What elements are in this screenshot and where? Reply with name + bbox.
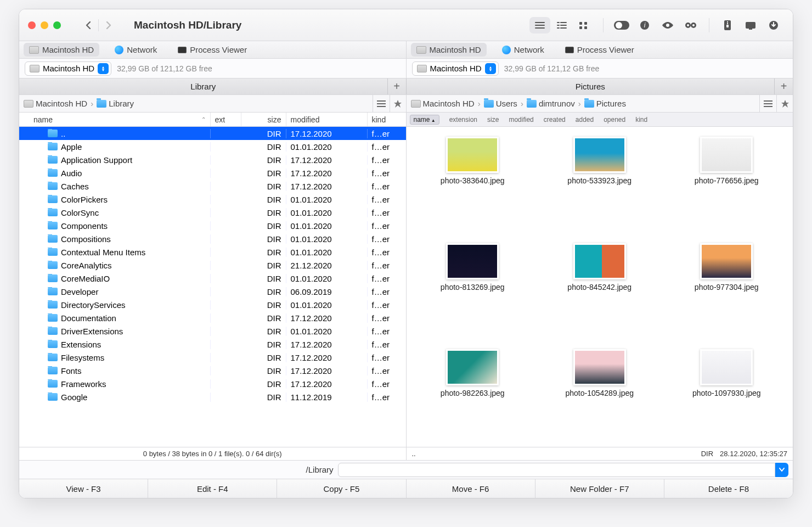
file-kind: f…er — [368, 274, 406, 283]
file-modified: 01.01.2020 — [286, 195, 368, 204]
download-button[interactable] — [763, 17, 784, 33]
file-modified: 17.12.2020 — [286, 129, 368, 138]
view-icons-button[interactable] — [573, 17, 594, 33]
table-row[interactable]: AppleDIR01.01.2020f…er — [19, 140, 406, 153]
add-tab-left-button[interactable]: + — [387, 79, 406, 94]
preview-button[interactable] — [657, 17, 678, 33]
thumbnail[interactable]: photo-533923.jpeg — [539, 137, 661, 225]
search-button[interactable] — [680, 17, 701, 33]
thumbnail[interactable]: photo-977304.jpeg — [666, 243, 788, 331]
table-row[interactable]: FontsDIR17.12.2020f…er — [19, 364, 406, 377]
tab-macintosh-hd[interactable]: Macintosh HD — [411, 43, 487, 57]
share-button[interactable] — [740, 17, 761, 33]
table-row[interactable]: DriverExtensionsDIR01.01.2020f…er — [19, 324, 406, 338]
table-row[interactable]: AudioDIR17.12.2020f…er — [19, 166, 406, 180]
fkey-delete[interactable]: Delete - F8 — [664, 479, 793, 498]
thumbnail-image — [700, 137, 753, 173]
col-modified[interactable]: modified — [286, 113, 368, 126]
hd-icon — [30, 65, 40, 72]
tab-network[interactable]: Network — [497, 43, 550, 57]
table-row[interactable]: FrameworksDIR17.12.2020f…er — [19, 377, 406, 390]
table-row[interactable]: FilesystemsDIR17.12.2020f…er — [19, 351, 406, 364]
col-size[interactable]: size — [487, 116, 499, 124]
fkey-view[interactable]: View - F3 — [19, 479, 148, 498]
col-modified[interactable]: modified — [509, 116, 533, 124]
close-icon[interactable] — [28, 21, 36, 29]
path-dropdown-button[interactable] — [775, 463, 788, 477]
col-name[interactable]: name — [410, 115, 439, 125]
thumbnail[interactable]: photo-813269.jpeg — [412, 243, 534, 331]
col-extension[interactable]: extension — [449, 116, 477, 124]
icon-grid-right[interactable]: photo-383640.jpegphoto-533923.jpegphoto-… — [407, 127, 793, 447]
fkey-copy[interactable]: Copy - F5 — [277, 479, 405, 498]
crumb-library[interactable]: Library — [97, 99, 134, 108]
path-input[interactable] — [338, 463, 775, 477]
table-row[interactable]: ExtensionsDIR17.12.2020f…er — [19, 338, 406, 351]
column-headers-right: nameextensionsizemodifiedcreatedaddedope… — [407, 113, 793, 127]
view-columns-button[interactable] — [551, 17, 572, 33]
col-kind[interactable]: kind — [368, 113, 406, 126]
table-row[interactable]: CachesDIR17.12.2020f…er — [19, 180, 406, 193]
thumbnail[interactable]: photo-383640.jpeg — [412, 137, 534, 225]
thumbnail[interactable]: photo-1097930.jpeg — [666, 349, 788, 437]
favorite-icon[interactable] — [390, 95, 406, 113]
back-button[interactable] — [78, 18, 98, 33]
svg-rect-14 — [727, 21, 728, 23]
crumb-macintosh-hd[interactable]: Macintosh HD — [411, 99, 475, 108]
minimize-icon[interactable] — [41, 21, 48, 29]
table-row[interactable]: GoogleDIR11.12.2019f…er — [19, 390, 406, 403]
archive-button[interactable] — [717, 17, 738, 33]
tab-network[interactable]: Network — [109, 43, 162, 57]
table-row[interactable]: ..DIR17.12.2020f…er — [19, 127, 406, 140]
table-row[interactable]: DeveloperDIR06.09.2019f…er — [19, 285, 406, 298]
table-row[interactable]: ColorPickersDIR01.01.2020f…er — [19, 193, 406, 206]
col-created[interactable]: created — [544, 116, 566, 124]
table-row[interactable]: CompositionsDIR01.01.2020f…er — [19, 232, 406, 245]
file-kind: f…er — [368, 300, 406, 310]
thumbnail[interactable]: photo-982263.jpeg — [412, 349, 534, 437]
col-name[interactable]: name⌃ — [19, 113, 211, 126]
table-row[interactable]: DirectoryServicesDIR01.01.2020f…er — [19, 298, 406, 311]
fkey-new[interactable]: New Folder - F7 — [535, 479, 664, 498]
tab-macintosh-hd[interactable]: Macintosh HD — [24, 43, 99, 57]
forward-button[interactable] — [99, 18, 119, 33]
toggle-hidden-button[interactable] — [611, 17, 632, 33]
crumb-users[interactable]: Users — [484, 99, 517, 108]
col-kind[interactable]: kind — [635, 116, 647, 124]
col-added[interactable]: added — [576, 116, 594, 124]
col-ext[interactable]: ext — [211, 113, 241, 126]
file-name: CoreMediaIO — [61, 274, 110, 283]
col-size[interactable]: size — [241, 113, 286, 126]
volume-picker-left[interactable]: Macintosh HD ▴▾ — [25, 61, 111, 76]
add-tab-right-button[interactable]: + — [774, 79, 793, 94]
crumb-dimtrunov[interactable]: dimtrunov — [527, 99, 575, 108]
thumbnail[interactable]: photo-845242.jpeg — [539, 243, 661, 331]
fkey-edit[interactable]: Edit - F4 — [148, 479, 277, 498]
table-row[interactable]: Contextual Menu ItemsDIR01.01.2020f…er — [19, 245, 406, 259]
tab-process-viewer[interactable]: Process Viewer — [560, 43, 640, 57]
col-opened[interactable]: opened — [604, 116, 625, 124]
crumb-pictures[interactable]: Pictures — [584, 99, 626, 108]
volume-picker-right[interactable]: Macintosh HD ▴▾ — [412, 61, 499, 76]
tab-process-viewer[interactable]: Process Viewer — [172, 43, 252, 57]
list-mode-icon[interactable] — [760, 95, 776, 113]
list-mode-icon[interactable] — [373, 95, 390, 113]
info-button[interactable]: i — [634, 17, 655, 33]
crumb-label: Macintosh HD — [36, 99, 87, 108]
thumbnail[interactable]: photo-1054289.jpeg — [539, 349, 661, 437]
maximize-icon[interactable] — [53, 21, 61, 29]
view-list-button[interactable] — [529, 17, 550, 33]
table-row[interactable]: CoreMediaIODIR01.01.2020f…er — [19, 272, 406, 285]
file-list-left[interactable]: ..DIR17.12.2020f…erAppleDIR01.01.2020f…e… — [19, 127, 406, 447]
table-row[interactable]: Application SupportDIR17.12.2020f…er — [19, 153, 406, 166]
thumbnail[interactable]: photo-776656.jpeg — [666, 137, 788, 225]
table-row[interactable]: CoreAnalyticsDIR21.12.2020f…er — [19, 259, 406, 272]
crumb-macintosh-hd[interactable]: Macintosh HD — [24, 99, 87, 108]
thumbnail-name: photo-383640.jpeg — [441, 176, 505, 186]
table-row[interactable]: ComponentsDIR01.01.2020f…er — [19, 219, 406, 232]
fkey-move[interactable]: Move - F6 — [406, 479, 535, 498]
table-row[interactable]: ColorSyncDIR01.01.2020f…er — [19, 206, 406, 219]
table-row[interactable]: DocumentationDIR17.12.2020f…er — [19, 311, 406, 324]
svg-text:i: i — [644, 21, 646, 29]
favorite-icon[interactable] — [776, 95, 793, 113]
